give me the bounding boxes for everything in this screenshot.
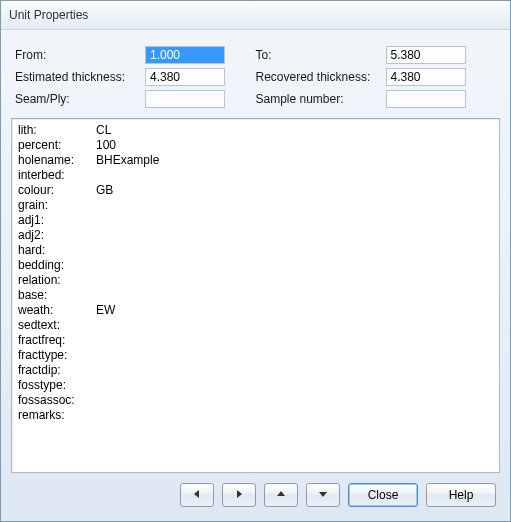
property-value [96,333,493,348]
seam-ply-input[interactable] [145,90,225,108]
svg-marker-1 [237,490,242,498]
property-key: fractfreq: [18,333,96,348]
svg-marker-3 [319,492,327,497]
property-key: colour: [18,183,96,198]
client-area: From: To: Estimated thickness: Recovered… [1,30,510,521]
property-value: BHExample [96,153,493,168]
property-row: percent:100 [18,138,493,153]
from-input[interactable] [145,46,225,64]
to-label: To: [256,48,386,62]
property-value: 100 [96,138,493,153]
rec-thickness-label: Recovered thickness: [256,70,386,84]
property-key: fossassoc: [18,393,96,408]
rec-thickness-cell: Recovered thickness: [256,68,497,86]
property-key: adj1: [18,213,96,228]
button-bar: Close Help [11,473,500,511]
form-row-3: Seam/Ply: Sample number: [15,90,496,108]
property-row: sedtext: [18,318,493,333]
property-key: bedding: [18,258,96,273]
property-value [96,348,493,363]
from-cell: From: [15,46,256,64]
property-key: remarks: [18,408,96,423]
property-row: weath:EW [18,303,493,318]
property-value [96,213,493,228]
property-key: interbed: [18,168,96,183]
properties-list[interactable]: lith:CLpercent:100holename:BHExampleinte… [11,118,500,473]
seam-ply-label: Seam/Ply: [15,92,145,106]
property-value [96,288,493,303]
property-key: relation: [18,273,96,288]
property-row: grain: [18,198,493,213]
property-key: grain: [18,198,96,213]
property-row: interbed: [18,168,493,183]
property-row: fractfreq: [18,333,493,348]
property-key: hard: [18,243,96,258]
property-value [96,198,493,213]
to-cell: To: [256,46,497,64]
form-row-2: Estimated thickness: Recovered thickness… [15,68,496,86]
triangle-up-icon [276,488,286,502]
svg-marker-2 [277,491,285,496]
titlebar: Unit Properties [1,1,510,30]
sample-number-cell: Sample number: [256,90,497,108]
property-key: lith: [18,123,96,138]
property-row: fracttype: [18,348,493,363]
property-key: fosstype: [18,378,96,393]
property-value: EW [96,303,493,318]
property-row: adj1: [18,213,493,228]
triangle-down-icon [318,488,328,502]
to-input[interactable] [386,46,466,64]
property-key: base: [18,288,96,303]
property-row: adj2: [18,228,493,243]
property-row: fosstype: [18,378,493,393]
property-key: percent: [18,138,96,153]
triangle-right-icon [234,488,244,502]
property-value: CL [96,123,493,138]
est-thickness-input[interactable] [145,68,225,86]
close-button[interactable]: Close [348,483,418,507]
down-button[interactable] [306,483,340,507]
property-value [96,273,493,288]
property-key: fractdip: [18,363,96,378]
form-area: From: To: Estimated thickness: Recovered… [11,40,500,118]
property-key: adj2: [18,228,96,243]
property-key: weath: [18,303,96,318]
property-row: colour:GB [18,183,493,198]
property-row: relation: [18,273,493,288]
svg-marker-0 [194,490,199,498]
property-row: fractdip: [18,363,493,378]
form-row-1: From: To: [15,46,496,64]
property-value [96,243,493,258]
property-key: sedtext: [18,318,96,333]
property-value [96,393,493,408]
property-row: fossassoc: [18,393,493,408]
property-value [96,318,493,333]
property-row: holename:BHExample [18,153,493,168]
property-value [96,228,493,243]
rec-thickness-input[interactable] [386,68,466,86]
property-value [96,258,493,273]
window-title: Unit Properties [9,8,88,22]
property-key: holename: [18,153,96,168]
from-label: From: [15,48,145,62]
help-button[interactable]: Help [426,483,496,507]
up-button[interactable] [264,483,298,507]
triangle-left-icon [192,488,202,502]
property-value: GB [96,183,493,198]
property-value [96,363,493,378]
seam-ply-cell: Seam/Ply: [15,90,256,108]
next-button[interactable] [222,483,256,507]
sample-number-label: Sample number: [256,92,386,106]
est-thickness-cell: Estimated thickness: [15,68,256,86]
property-value [96,408,493,423]
prev-button[interactable] [180,483,214,507]
property-key: fracttype: [18,348,96,363]
property-row: hard: [18,243,493,258]
est-thickness-label: Estimated thickness: [15,70,145,84]
property-row: base: [18,288,493,303]
property-row: lith:CL [18,123,493,138]
property-row: bedding: [18,258,493,273]
unit-properties-window: Unit Properties From: To: Estimated thic… [0,0,511,522]
property-value [96,378,493,393]
sample-number-input[interactable] [386,90,466,108]
